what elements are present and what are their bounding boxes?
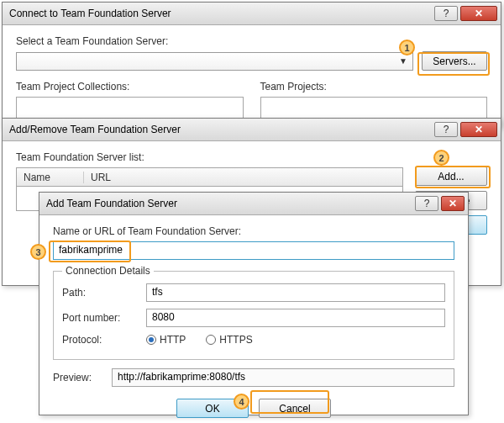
close-button[interactable]: ✕ bbox=[460, 122, 497, 137]
help-button[interactable]: ? bbox=[415, 196, 438, 211]
dialog-title: Add/Remove Team Foundation Server bbox=[9, 124, 434, 135]
add-tfs-dialog: Add Team Foundation Server ? ✕ Name or U… bbox=[39, 192, 469, 415]
callout-3: 3 bbox=[30, 244, 46, 260]
callout-2: 2 bbox=[433, 150, 449, 166]
servers-button[interactable]: Servers... bbox=[422, 51, 487, 71]
tpc-label: Team Project Collections: bbox=[16, 81, 244, 93]
protocol-https-radio[interactable]: HTTPS bbox=[206, 334, 252, 346]
callout-1: 1 bbox=[399, 40, 415, 56]
port-label: Port number: bbox=[62, 312, 138, 324]
callout-4: 4 bbox=[234, 394, 249, 410]
preview-label: Preview: bbox=[53, 372, 103, 383]
preview-field: http://fabrikamprime:8080/tfs bbox=[112, 368, 454, 387]
server-combobox[interactable]: ▼ bbox=[16, 52, 413, 71]
server-name-input[interactable]: fabrikamprime bbox=[53, 241, 454, 260]
path-input[interactable]: tfs bbox=[146, 283, 445, 302]
port-input[interactable]: 8080 bbox=[146, 309, 445, 327]
connection-details-legend: Connection Details bbox=[62, 265, 154, 277]
connection-details-group: Connection Details Path: tfs Port number… bbox=[53, 265, 454, 360]
server-table-header: Name URL bbox=[16, 167, 403, 186]
col-url[interactable]: URL bbox=[84, 172, 402, 183]
add-button[interactable]: Add... bbox=[415, 167, 487, 186]
connect-tfs-dialog: Connect to Team Foundation Server ? ✕ Se… bbox=[2, 2, 501, 128]
close-button[interactable]: ✕ bbox=[460, 6, 497, 21]
name-url-label: Name or URL of Team Foundation Server: bbox=[53, 225, 454, 237]
dialog-title: Add Team Foundation Server bbox=[46, 198, 415, 209]
select-server-label: Select a Team Foundation Server: bbox=[16, 35, 487, 47]
radio-icon bbox=[146, 335, 156, 345]
help-button[interactable]: ? bbox=[434, 122, 458, 137]
protocol-label: Protocol: bbox=[62, 334, 138, 346]
tp-label: Team Projects: bbox=[260, 81, 488, 93]
titlebar: Add/Remove Team Foundation Server ? ✕ bbox=[3, 119, 501, 141]
cancel-button[interactable]: Cancel bbox=[259, 399, 331, 418]
close-button[interactable]: ✕ bbox=[441, 196, 465, 211]
titlebar: Connect to Team Foundation Server ? ✕ bbox=[3, 3, 501, 25]
radio-icon bbox=[206, 335, 216, 345]
dialog-title: Connect to Team Foundation Server bbox=[9, 8, 434, 19]
col-name[interactable]: Name bbox=[17, 172, 84, 183]
path-label: Path: bbox=[62, 287, 138, 299]
help-button[interactable]: ? bbox=[434, 6, 458, 21]
protocol-http-radio[interactable]: HTTP bbox=[146, 334, 186, 346]
server-list-label: Team Foundation Server list: bbox=[16, 151, 403, 163]
chevron-down-icon: ▼ bbox=[399, 56, 407, 66]
titlebar: Add Team Foundation Server ? ✕ bbox=[39, 193, 468, 215]
